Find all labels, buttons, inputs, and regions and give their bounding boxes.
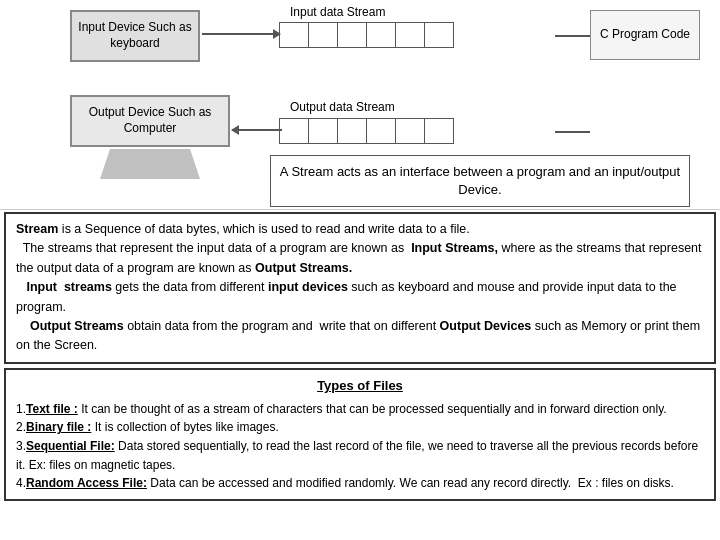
arrow-output xyxy=(232,129,282,131)
file-item-2: 2.Binary file : It is collection of byte… xyxy=(16,418,704,437)
stream-cell xyxy=(424,22,454,48)
stream-cell xyxy=(366,22,396,48)
file-item-4: 4.Random Access File: Data can be access… xyxy=(16,474,704,493)
input-device-box: Input Device Such as keyboard xyxy=(70,10,200,62)
output-device-box: Output Device Such as Computer xyxy=(70,95,230,147)
output-device-label: Output Device Such as Computer xyxy=(72,105,228,136)
input-stream-cells xyxy=(280,22,454,48)
output-stream-cells xyxy=(280,118,454,144)
stream-cell xyxy=(337,22,367,48)
stream-cell xyxy=(308,118,338,144)
stream-line4: Output Streams obtain data from the prog… xyxy=(16,317,704,356)
output-stream-label: Output data Stream xyxy=(290,100,395,114)
input-stream-label: Input data Stream xyxy=(290,5,385,19)
stream-cell xyxy=(337,118,367,144)
monitor-base xyxy=(100,149,200,179)
c-program-box: C Program Code xyxy=(590,10,700,60)
stream-cell xyxy=(308,22,338,48)
page: Input Device Such as keyboard Output Dev… xyxy=(0,0,720,540)
files-title: Types of Files xyxy=(16,376,704,396)
line-right-input xyxy=(555,35,590,37)
stream-cell xyxy=(395,22,425,48)
stream-callout: A Stream acts as an interface between a … xyxy=(270,155,690,207)
c-program-label: C Program Code xyxy=(600,27,690,43)
stream-line1: Stream is a Sequence of data bytes, whic… xyxy=(16,220,704,239)
stream-line2: The streams that represent the input dat… xyxy=(16,239,704,278)
stream-line3: Input streams gets the data from differe… xyxy=(16,278,704,317)
files-section: Types of Files 1.Text file : It can be t… xyxy=(4,368,716,501)
stream-cell xyxy=(366,118,396,144)
stream-cell xyxy=(395,118,425,144)
arrow-input xyxy=(202,33,280,35)
stream-cell xyxy=(424,118,454,144)
stream-cell xyxy=(279,22,309,48)
diagram-area: Input Device Such as keyboard Output Dev… xyxy=(0,0,720,210)
stream-cell xyxy=(279,118,309,144)
file-item-3: 3.Sequential File: Data stored sequentia… xyxy=(16,437,704,474)
input-device-label: Input Device Such as keyboard xyxy=(72,20,198,51)
callout-text: A Stream acts as an interface between a … xyxy=(279,163,681,199)
file-item-1: 1.Text file : It can be thought of as a … xyxy=(16,400,704,419)
line-right-output xyxy=(555,131,590,133)
stream-section: Stream is a Sequence of data bytes, whic… xyxy=(4,212,716,364)
